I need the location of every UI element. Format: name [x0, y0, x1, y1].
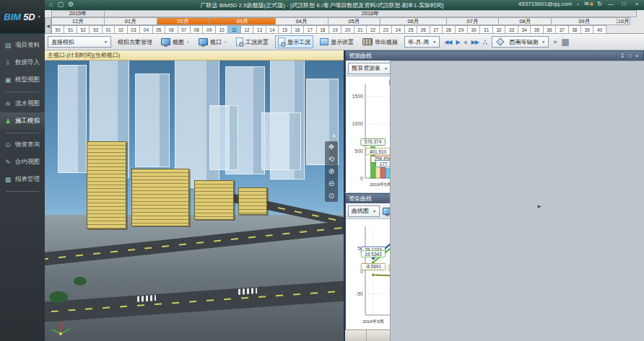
timeline-week-cell[interactable]: 52	[77, 25, 90, 34]
sidebar-item-project-data[interactable]: ▤项目资料	[0, 37, 45, 54]
timeline-month[interactable]: 05月	[328, 17, 381, 25]
timeline-week-cell[interactable]: 40	[593, 25, 606, 34]
timeline-month[interactable]: 09月	[551, 17, 617, 25]
rewind-button[interactable]: ◀◀	[444, 39, 451, 45]
viewport-button[interactable]: 视口▼	[196, 35, 230, 48]
timeline-week-cell[interactable]: 32	[492, 25, 505, 34]
play-button[interactable]: ▶	[456, 39, 460, 45]
timeline-week-cell[interactable]: 09	[202, 25, 215, 34]
app-logo[interactable]: BIM 5D ▼	[0, 0, 45, 34]
timeline-week-cell[interactable]: 31	[479, 25, 492, 34]
timeline-week-cell[interactable]: 53	[89, 25, 102, 34]
sidebar-item-material-query[interactable]: ⊙物资查询	[0, 136, 45, 154]
condition-setting-button[interactable]: 工况设置	[234, 35, 271, 48]
settings-gear-icon[interactable]: ⚙	[68, 1, 74, 8]
fast-forward-button[interactable]: ▶▶	[471, 39, 479, 45]
timeline-month[interactable]: 02月	[157, 17, 210, 25]
timeline-week-cell[interactable]: 11	[227, 25, 240, 34]
timeline-week-cell[interactable]: 34	[518, 25, 531, 34]
close-panel-icon[interactable]: ×	[633, 52, 640, 61]
sidebar-item-report-mgmt[interactable]: ▦报表管理	[0, 171, 45, 188]
display-settings-button[interactable]: 显示设置	[318, 35, 356, 48]
sidebar-item-contract-view[interactable]: ✎合约视图	[0, 154, 45, 171]
timeline-month[interactable]: 04月	[275, 17, 328, 25]
timeline-week-cell[interactable]: 17	[303, 25, 316, 34]
timeline-scroll-right[interactable]: ▶	[390, 61, 644, 341]
time-unit-select[interactable]: 年-月-周▼	[404, 36, 440, 48]
timeline-month[interactable]: 03月	[209, 17, 275, 25]
timeline-week-cell[interactable]: 33	[505, 25, 518, 34]
timeline-month[interactable]: 08月	[498, 17, 552, 25]
timeline-week-cell[interactable]: 38	[568, 25, 581, 34]
zoom-in-tool[interactable]: ⊕	[328, 168, 334, 175]
save-icon[interactable]: ▢	[57, 1, 64, 8]
sidebar-item-flow-view[interactable]: ≋流水视图	[0, 95, 45, 112]
timeline-week-cell[interactable]: 27	[430, 25, 443, 34]
pin-icon[interactable]: ↧	[619, 52, 626, 61]
network-diagram-icon[interactable]: ∴	[483, 38, 487, 46]
stop-button[interactable]: ■	[464, 39, 467, 45]
zoom-window-tool[interactable]: ⊙	[328, 192, 334, 200]
timeline-month[interactable]: 07月	[446, 17, 500, 25]
timeline-week-cell[interactable]: 25	[404, 25, 417, 34]
timeline-week-cell[interactable]: 19	[328, 25, 341, 34]
minimize-button[interactable]: —	[606, 1, 615, 7]
timeline-week-cell[interactable]: 35	[530, 25, 543, 34]
timeline-week-cell[interactable]: 51	[64, 25, 77, 34]
timeline-week-cell[interactable]: 24	[391, 25, 404, 34]
fund-chart-type-select[interactable]: 曲线图▼	[348, 205, 380, 217]
home-icon[interactable]: ⌂	[49, 1, 53, 8]
sidebar-item-model-view[interactable]: ▣模型视图	[0, 71, 45, 89]
view-button[interactable]: 视图▼	[159, 35, 192, 48]
mail-icon[interactable]: ✉4	[584, 1, 593, 7]
timeline-scroll-left[interactable]: ◀	[45, 17, 51, 34]
resource-source-select[interactable]: 预算资源量▼	[348, 63, 391, 74]
timeline-week-cell[interactable]: 03	[127, 25, 140, 34]
pan-tool[interactable]: ✥	[328, 143, 334, 151]
timeline-week-cell[interactable]: 06	[165, 25, 178, 34]
timeline-month[interactable]: 01月	[104, 17, 157, 25]
structure-grid-icon[interactable]: ▦	[561, 37, 569, 47]
timeline-week-cell[interactable]: 36	[543, 25, 556, 34]
timeline-week-cell[interactable]: 16	[291, 25, 304, 34]
account-caret-icon[interactable]: ▼	[576, 2, 580, 6]
zoom-out-tool[interactable]: ⊖	[328, 180, 334, 187]
timeline-week-cell[interactable]: 21	[354, 25, 367, 34]
timeline-week-cell[interactable]: 50	[51, 25, 64, 34]
timeline-week-cell[interactable]: 04	[139, 25, 152, 34]
timeline-week-cell[interactable]: 20	[341, 25, 354, 34]
timeline-week-cell[interactable]: 18	[316, 25, 329, 34]
account-label[interactable]: 453715601@qq.com	[518, 1, 572, 7]
show-condition-button[interactable]: 显示工况	[275, 35, 313, 48]
timeline-week-cell[interactable]: 02	[114, 25, 127, 34]
export-video-button[interactable]: 导出视频	[360, 35, 400, 48]
timeline-month[interactable]: 12月	[51, 17, 105, 25]
timeline-week-cell[interactable]: 29	[455, 25, 468, 34]
timeline-week-cell[interactable]: 15	[278, 25, 291, 34]
timeline-week-cell[interactable]: 14	[266, 25, 279, 34]
toolbar-more-button[interactable]: »	[553, 38, 557, 45]
sim-mode-select[interactable]: 直接模拟▼	[48, 36, 111, 48]
close-button[interactable]: ×	[632, 1, 641, 7]
refresh-icon[interactable]: ↻	[597, 1, 602, 7]
timeline-week-cell[interactable]: 01	[102, 25, 115, 34]
tools-collapse-arrow[interactable]: ▲	[331, 133, 336, 138]
timeline-week-cell[interactable]: 37	[555, 25, 568, 34]
timeline-week-cell[interactable]: 07	[178, 25, 191, 34]
timeline-week-cell[interactable]: 30	[467, 25, 480, 34]
timeline-month[interactable]: 10月	[617, 17, 630, 25]
timeline-week-cell[interactable]: 13	[253, 25, 266, 34]
timeline-week-cell[interactable]: 12	[240, 25, 253, 34]
view-preset-select[interactable]: 西南等轴测▼	[492, 36, 549, 48]
maximize-panel-icon[interactable]: □	[626, 52, 633, 61]
timeline-week-cell[interactable]: 26	[417, 25, 430, 34]
timeline-month[interactable]: 06月	[380, 17, 446, 25]
maximize-button[interactable]: □	[619, 1, 628, 7]
sim-plan-manage-button[interactable]: 模拟方案管理	[116, 35, 155, 48]
timeline-week-cell[interactable]: 39	[580, 25, 593, 34]
timeline-week-cell[interactable]: 28	[442, 25, 455, 34]
timeline-week-cell[interactable]: 08	[190, 25, 203, 34]
model-scene[interactable]: ▲ ✥⟲⊕⊖⊙	[45, 61, 344, 341]
timeline-week-cell[interactable]: 05	[152, 25, 165, 34]
timeline-week-cell[interactable]: 23	[379, 25, 392, 34]
